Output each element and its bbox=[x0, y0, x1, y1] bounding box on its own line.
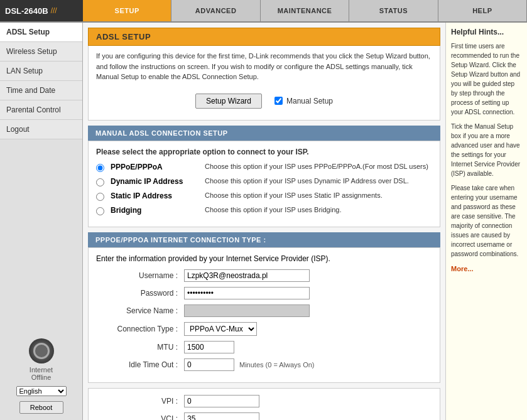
sidebar: ADSL Setup Wireless Setup LAN Setup Time… bbox=[0, 23, 83, 420]
help-body: First time users are recommended to run … bbox=[451, 41, 522, 274]
radio-pppoe-desc: Choose this option if your ISP uses PPPo… bbox=[205, 163, 428, 170]
pppoe-header: PPPOE/PPPOA INTERNET CONNECTION TYPE : bbox=[88, 232, 440, 247]
idle-timeout-input[interactable] bbox=[184, 358, 234, 371]
logo: DSL-2640B /// bbox=[0, 0, 83, 21]
help-para-3: Please take care when entering your user… bbox=[451, 183, 522, 259]
manual-setup-label[interactable]: Manual Setup bbox=[274, 95, 333, 107]
internet-label: Internet bbox=[30, 366, 53, 374]
internet-status: Internet Offline bbox=[29, 338, 54, 381]
manual-setup-text: Manual Setup bbox=[286, 95, 333, 107]
connection-type-row: Connection Type : PPPoA VC-Mux PPPoE LLC… bbox=[96, 322, 432, 336]
radio-bridging-label: Bridging bbox=[111, 206, 198, 215]
sidebar-item-adsl-setup[interactable]: ADSL Setup bbox=[0, 23, 82, 42]
vpi-input[interactable] bbox=[184, 395, 259, 407]
language-select[interactable]: English Polish German French bbox=[16, 386, 67, 396]
adsl-description: If you are configuring this device for t… bbox=[96, 51, 432, 82]
pppoe-title: PPPOE/PPPOA INTERNET CONNECTION TYPE : bbox=[95, 236, 266, 244]
radio-bridging: Bridging Choose this option if your ISP … bbox=[96, 206, 432, 215]
manual-adsl-title: MANUAL ADSL CONNECTION SETUP bbox=[95, 129, 228, 137]
radio-static-ip-desc: Choose this option if your ISP uses Stat… bbox=[205, 191, 383, 199]
help-more-link[interactable]: More... bbox=[451, 265, 473, 272]
vpi-vci-section: VPI : VCI : bbox=[88, 388, 440, 421]
sidebar-item-lan-setup[interactable]: LAN Setup bbox=[0, 62, 82, 81]
mtu-input[interactable] bbox=[184, 341, 234, 353]
tab-status[interactable]: STATUS bbox=[349, 0, 438, 21]
service-name-input[interactable] bbox=[184, 304, 310, 317]
manual-setup-checkbox[interactable] bbox=[274, 97, 283, 105]
radio-dynamic-ip: Dynamic IP Address Choose this option if… bbox=[96, 177, 432, 186]
idle-timeout-row: Idle Time Out : Minutes (0 = Always On) bbox=[96, 358, 432, 371]
manual-adsl-body: Please select the appropriate option to … bbox=[88, 141, 440, 227]
radio-pppoe: PPPoE/PPPoA Choose this option if your I… bbox=[96, 163, 432, 172]
radio-static-ip-input[interactable] bbox=[96, 193, 104, 201]
password-input[interactable] bbox=[184, 287, 310, 299]
mtu-row: MTU : bbox=[96, 341, 432, 353]
vpi-label: VPI : bbox=[96, 397, 184, 406]
adsl-setup-header: ADSL SETUP bbox=[88, 28, 440, 46]
password-row: Password : bbox=[96, 287, 432, 299]
help-panel: Helpful Hints... First time users are re… bbox=[445, 23, 527, 420]
pppoe-description: Enter the information provided by your I… bbox=[96, 254, 432, 263]
radio-pppoe-input[interactable] bbox=[96, 164, 104, 172]
logo-text: DSL-2640B bbox=[5, 6, 48, 16]
manual-adsl-header: MANUAL ADSL CONNECTION SETUP bbox=[88, 126, 440, 141]
connection-type-label: Connection Type : bbox=[96, 325, 184, 333]
help-para-1: First time users are recommended to run … bbox=[451, 41, 522, 117]
vpi-row: VPI : bbox=[96, 395, 432, 407]
radio-dynamic-ip-desc: Choose this option if your ISP uses Dyna… bbox=[205, 177, 409, 185]
radio-dynamic-ip-label: Dynamic IP Address bbox=[111, 177, 198, 186]
internet-sublabel: Offline bbox=[31, 374, 52, 381]
adsl-setup-title: ADSL SETUP bbox=[96, 32, 432, 41]
connection-type-select[interactable]: PPPoA VC-Mux PPPoE LLC PPPoA LLC bbox=[184, 322, 257, 336]
tab-advanced[interactable]: ADVANCED bbox=[171, 0, 260, 21]
radio-bridging-desc: Choose this option if your ISP uses Brid… bbox=[205, 206, 341, 213]
vci-label: VCI : bbox=[96, 414, 184, 421]
idle-timeout-label: Idle Time Out : bbox=[96, 360, 184, 369]
vci-row: VCI : bbox=[96, 412, 432, 421]
radio-bridging-input[interactable] bbox=[96, 207, 104, 215]
pppoe-body: Enter the information provided by your I… bbox=[88, 247, 440, 383]
sidebar-item-logout[interactable]: Logout bbox=[0, 120, 82, 139]
radio-static-ip-label: Static IP Address bbox=[111, 191, 198, 200]
username-input[interactable] bbox=[184, 269, 310, 282]
logo-lines: /// bbox=[51, 6, 57, 15]
service-name-row: Service Name : bbox=[96, 304, 432, 317]
idle-timeout-extra: Minutes (0 = Always On) bbox=[239, 361, 315, 369]
help-title: Helpful Hints... bbox=[451, 28, 522, 36]
mtu-label: MTU : bbox=[96, 343, 184, 352]
help-para-2: Tick the Manual Setup box if you are a m… bbox=[451, 122, 522, 178]
content-area: ADSL SETUP If you are configuring this d… bbox=[83, 23, 445, 420]
manual-adsl-subtitle: Please select the appropriate option to … bbox=[96, 148, 432, 156]
password-label: Password : bbox=[96, 289, 184, 298]
service-name-label: Service Name : bbox=[96, 306, 184, 315]
setup-wizard-button[interactable]: Setup Wizard bbox=[195, 94, 262, 109]
tab-setup[interactable]: SETUP bbox=[83, 0, 171, 21]
radio-static-ip: Static IP Address Choose this option if … bbox=[96, 191, 432, 201]
wizard-row: Setup Wizard Manual Setup bbox=[96, 87, 432, 115]
username-row: Username : bbox=[96, 269, 432, 282]
tab-maintenance[interactable]: MAINTENANCE bbox=[261, 0, 349, 21]
sidebar-item-wireless-setup[interactable]: Wireless Setup bbox=[0, 42, 82, 62]
adsl-setup-body: If you are configuring this device for t… bbox=[88, 46, 440, 121]
radio-dynamic-ip-input[interactable] bbox=[96, 178, 104, 186]
vci-input[interactable] bbox=[184, 412, 259, 421]
reboot-button[interactable]: Reboot bbox=[19, 401, 63, 414]
sidebar-item-parental-control[interactable]: Parental Control bbox=[0, 100, 82, 120]
radio-pppoe-label: PPPoE/PPPoA bbox=[111, 163, 198, 171]
username-label: Username : bbox=[96, 271, 184, 280]
tab-help[interactable]: HELP bbox=[438, 0, 527, 21]
sidebar-item-time-date[interactable]: Time and Date bbox=[0, 81, 82, 100]
internet-icon bbox=[29, 338, 54, 363]
